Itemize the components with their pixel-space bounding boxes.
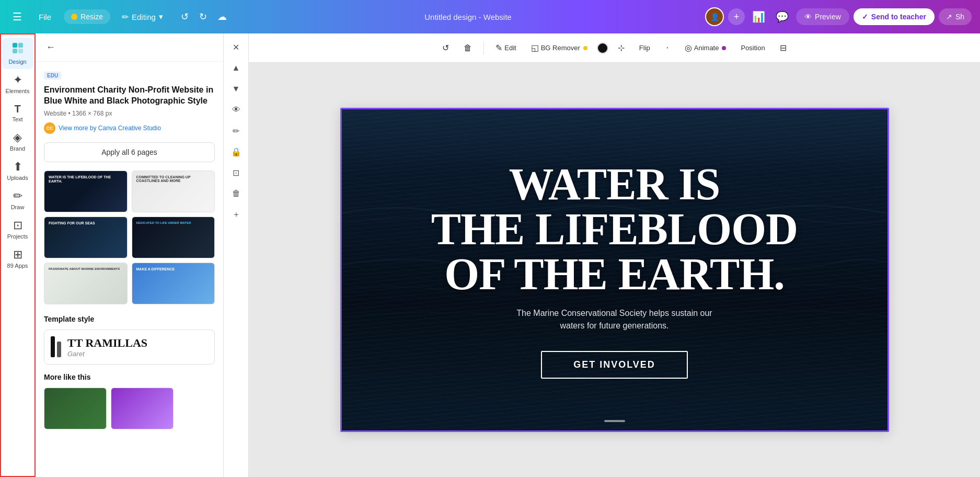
chevron-down-icon: ▾ [159, 12, 163, 21]
edu-badge: EDU [44, 72, 61, 80]
sidebar-item-projects[interactable]: ⊡ Projects [2, 215, 33, 244]
uploads-icon: ⬆ [13, 161, 22, 173]
eye-tool[interactable]: 👁 [227, 100, 246, 119]
template-grid: WATER IS THE LIFEBLOOD OF THE EARTH. COM… [44, 171, 215, 304]
svg-rect-0 [13, 43, 17, 48]
animate-icon: ◎ [685, 43, 692, 53]
preview-button[interactable]: 👁 Preview [796, 8, 849, 25]
bg-icon: ◱ [531, 43, 539, 53]
add-collaborator-button[interactable]: + [728, 8, 745, 25]
animate-dot [722, 46, 726, 50]
resize-button[interactable]: Resize [64, 9, 110, 24]
flip-button[interactable]: Flip [634, 41, 655, 55]
template-title: Environment Charity Non-Profit Website i… [44, 85, 215, 107]
animate-button[interactable]: ◎ Animate [679, 40, 732, 56]
canvas-wrapper: WATER IS THE LIFEBLOOD OF THE EARTH. The… [249, 63, 980, 477]
title-line-2: THE LIFEBLOOD [431, 204, 798, 254]
share-icon: ↗ [946, 13, 952, 21]
avatar[interactable]: 👤 [705, 7, 724, 26]
comments-icon[interactable]: 💬 [773, 7, 792, 26]
scroll-up-tool[interactable]: ▲ [227, 59, 246, 77]
analytics-icon[interactable]: 📊 [749, 7, 768, 26]
projects-icon: ⊡ [13, 220, 22, 231]
template-thumb-3[interactable]: FIGHTING FOR OUR SEAS [44, 217, 128, 258]
bg-remover-label: BG Remover [541, 44, 580, 52]
crop-icon: ⊹ [618, 43, 625, 53]
flip-label: Flip [639, 44, 650, 52]
edit-icon: ✎ [495, 43, 502, 53]
delete-button[interactable]: 🗑 [458, 40, 477, 56]
color-swatch[interactable] [597, 42, 608, 54]
style-bar-medium [57, 342, 61, 357]
copy-tool[interactable]: ⊡ [227, 163, 246, 182]
sidebar-item-apps[interactable]: ⊞ 89 Apps [2, 245, 33, 273]
sidebar-item-text[interactable]: T Text [2, 99, 33, 127]
file-menu[interactable]: File [32, 9, 57, 25]
redo-button[interactable]: ↻ [195, 9, 211, 25]
main-layout: Design ✦ Elements T Text ◈ Brand ⬆ Uploa… [0, 33, 980, 477]
add-tool[interactable]: ＋ [227, 205, 246, 224]
template-thumb-2[interactable]: COMMITTED TO CLEANING UP COASTLINES AND … [132, 171, 215, 212]
sidebar-item-elements[interactable]: ✦ Elements [2, 70, 33, 98]
position-button[interactable]: Position [735, 41, 770, 55]
edit-label: Edit [504, 44, 516, 52]
title-line-3: OF THE EARTH. [444, 249, 785, 299]
more-icon: ⊟ [780, 43, 787, 53]
font-info: TT RAMILLAS Garet [67, 336, 147, 358]
more-thumb-2[interactable] [111, 388, 174, 429]
canvas-frame[interactable]: WATER IS THE LIFEBLOOD OF THE EARTH. The… [340, 108, 889, 432]
sidebar-item-uploads[interactable]: ⬆ Uploads [2, 157, 33, 185]
vertical-tools: ✕ ▲ ▼ 👁 ✏ 🔒 ⊡ 🗑 ＋ [224, 33, 249, 477]
sidebar-text-label: Text [12, 116, 22, 122]
resize-dot [71, 14, 77, 20]
undo-button[interactable]: ↺ [177, 9, 193, 25]
undo-redo-group: ↺ ↻ ☁ [177, 9, 231, 25]
refresh-button[interactable]: ↺ [437, 40, 454, 56]
more-thumbs [44, 388, 215, 429]
trash-icon: 🗑 [464, 43, 472, 53]
close-panel-button[interactable]: ✕ [227, 38, 246, 56]
panel-scroll: EDU Environment Charity Non-Profit Websi… [36, 62, 223, 477]
crop-button[interactable]: ⊹ [613, 40, 630, 56]
scroll-down-tool[interactable]: ▼ [227, 80, 246, 98]
top-navbar: ☰ File Resize ✏ Editing ▾ ↺ ↻ ☁ Untitled… [0, 0, 980, 33]
save-cloud-button[interactable]: ☁ [213, 9, 231, 25]
more-thumb-1[interactable] [44, 388, 107, 429]
send-to-teacher-button[interactable]: ✓ Send to teacher [854, 8, 935, 25]
refresh-icon: ↺ [442, 43, 449, 53]
more-options-button[interactable]: ⊟ [775, 40, 792, 56]
sidebar-design-label: Design [8, 59, 26, 65]
separator-1 [483, 42, 484, 54]
author-link[interactable]: View more by Canva Creative Studio [59, 124, 161, 132]
editing-dropdown[interactable]: ✏ Editing ▾ [117, 9, 168, 25]
pattern-button[interactable]: ⬞ [660, 40, 675, 56]
cc-logo: CC [44, 122, 55, 134]
sidebar-item-brand[interactable]: ◈ Brand [2, 128, 33, 156]
page-indicator [604, 420, 625, 422]
design-icon [11, 42, 24, 56]
share-button[interactable]: ↗ Sh [939, 8, 972, 25]
apply-all-button[interactable]: Apply all 6 pages [44, 142, 215, 162]
trash-tool[interactable]: 🗑 [227, 184, 246, 203]
bg-remover-dot [583, 46, 587, 50]
template-thumb-1[interactable]: WATER IS THE LIFEBLOOD OF THE EARTH. [44, 171, 128, 212]
sidebar-item-design[interactable]: Design [2, 38, 33, 69]
more-like-this-title: More like this [44, 373, 215, 381]
template-thumb-4[interactable]: DEDICATED TO LIFE UNDER WATER [132, 217, 215, 258]
edit-button[interactable]: ✎ Edit [490, 40, 521, 56]
edit-tool[interactable]: ✏ [227, 121, 246, 140]
sidebar-item-draw[interactable]: ✏ Draw [2, 186, 33, 214]
top-toolbar: ↺ 🗑 ✎ Edit ◱ BG Remover ⊹ Flip [249, 33, 980, 63]
hamburger-menu[interactable]: ☰ [8, 6, 26, 27]
template-thumb-6[interactable]: MAKE A DIFFERENCE [132, 263, 215, 304]
svg-rect-1 [18, 43, 23, 48]
bg-remover-button[interactable]: ◱ BG Remover [526, 40, 593, 56]
lock-tool[interactable]: 🔒 [227, 142, 246, 161]
resize-label: Resize [80, 13, 103, 21]
text-icon: T [14, 104, 20, 114]
eye-icon: 👁 [804, 13, 812, 21]
template-thumb-5[interactable]: PASSIONATE ABOUT MARINE ENVIRONMENTS [44, 263, 128, 304]
back-button[interactable]: ← [44, 40, 57, 55]
cta-button[interactable]: GET INVOLVED [541, 351, 688, 379]
thumb-3-text: FIGHTING FOR OUR SEAS [44, 217, 127, 230]
